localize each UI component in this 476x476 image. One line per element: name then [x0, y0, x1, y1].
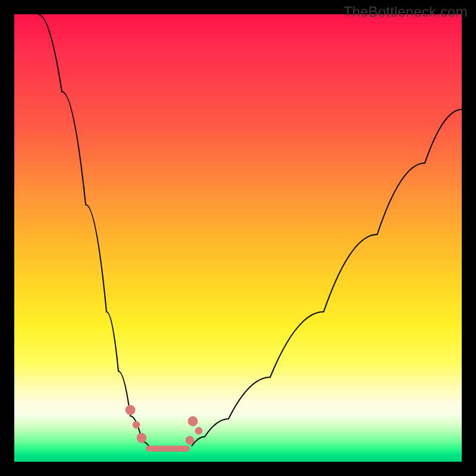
marker-dot	[137, 433, 146, 443]
curve-markers	[126, 405, 202, 444]
watermark-text: TheBottleneck.com	[343, 4, 468, 20]
chart-outer: TheBottleneck.com	[0, 0, 476, 476]
curves-svg	[14, 14, 462, 462]
left-curve	[38, 14, 150, 447]
marker-dot	[186, 436, 194, 444]
marker-dot	[126, 405, 135, 415]
marker-dot	[195, 427, 202, 434]
marker-dot	[133, 421, 140, 428]
marker-dot	[188, 416, 198, 426]
right-curve	[192, 109, 462, 446]
plot-area	[14, 14, 462, 462]
